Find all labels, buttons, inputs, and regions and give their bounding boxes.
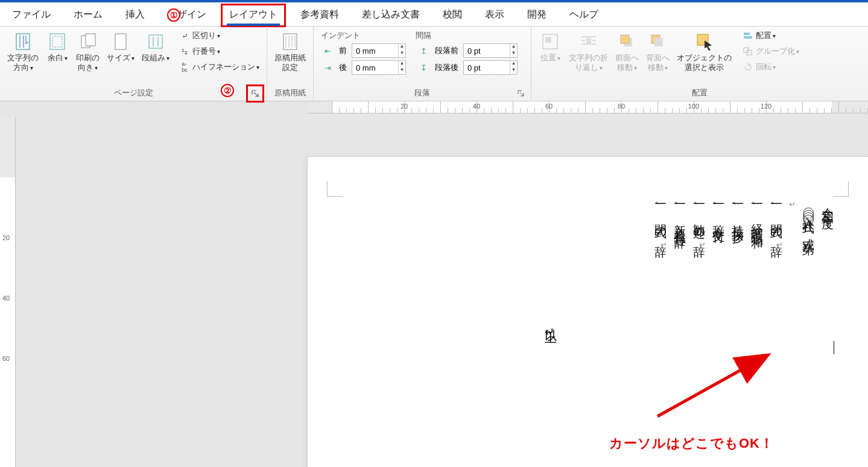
orientation-label: 印刷の 向き [76, 53, 100, 73]
breaks-icon: ⤶ [179, 31, 190, 40]
ribbon-tab-bar: ファイル ホーム 挿入 デザイン レイアウト 参考資料 差し込み文書 校閲 表示… [0, 2, 868, 27]
indent-right-down[interactable]: ▼ [399, 68, 405, 74]
doc-line-8[interactable]: 一、新入社員答辞↵ [673, 198, 686, 249]
margins-button[interactable]: 余白 [42, 29, 72, 63]
text-direction-button[interactable]: 文字列の 方向 [4, 29, 42, 73]
tab-references[interactable]: 参考資料 [293, 5, 346, 26]
document-workspace: 204060 令和三年度↵ 〇〇〇〇入社式 式次第↵ ↵ 一、開式の辞↵ 一、経… [0, 113, 868, 467]
manuscript-icon [280, 31, 300, 52]
vertical-ruler[interactable]: 204060 [0, 117, 16, 467]
size-icon [110, 31, 131, 52]
selection-pane-button[interactable]: オブジェクトの 選択と表示 [673, 29, 735, 73]
margins-icon [47, 31, 68, 52]
align-label: 配置 [756, 30, 776, 41]
doc-line-3[interactable]: 一、開式の辞↵ [770, 198, 783, 249]
arrange-group-label: 配置 [535, 86, 864, 101]
orientation-button[interactable]: 印刷の 向き [72, 29, 103, 73]
position-icon [540, 31, 560, 52]
wrap-text-button: 文字列の折 り返し [565, 29, 612, 73]
indent-section-title: インデント [317, 29, 364, 42]
manuscript-label: 原稿用紙 設定 [274, 53, 306, 73]
doc-line-5[interactable]: 一、社長挨拶↵ [731, 198, 744, 249]
hyphenation-label: ハイフネーション [192, 62, 259, 72]
tab-layout[interactable]: レイアウト [222, 5, 285, 26]
line-numbers-button[interactable]: ¹₂ 行番号 [176, 45, 263, 58]
send-backward-button: 背面へ 移動 [642, 29, 673, 73]
columns-button[interactable]: 段組み [138, 29, 173, 63]
tab-insert[interactable]: 挿入 [118, 5, 152, 26]
margin-corner-right [833, 181, 849, 197]
doc-line-9[interactable]: 一、閉式の辞↵ [654, 198, 667, 249]
space-after-input[interactable] [464, 61, 510, 74]
spacing-section-title: 間隔 [412, 29, 435, 42]
paragraph-dialog-launcher[interactable] [516, 89, 526, 98]
size-button[interactable]: サイズ [103, 29, 138, 63]
svg-rect-4 [52, 36, 62, 47]
tab-help[interactable]: ヘルプ [562, 5, 606, 26]
doc-line-6[interactable]: 一、辞令交付↵ [712, 198, 725, 249]
group-objects-icon [743, 47, 753, 56]
indent-right-input[interactable] [352, 61, 398, 74]
selection-pane-label: オブジェクトの 選択と表示 [677, 53, 732, 73]
breaks-button[interactable]: ⤶ 区切り [176, 29, 263, 42]
page-setup-group-text: ページ設定 [114, 88, 153, 97]
space-after-down[interactable]: ▼ [510, 68, 517, 74]
hyphenation-button[interactable]: a-bc ハイフネーション [176, 60, 263, 74]
vruler-top-margin [0, 117, 15, 177]
indent-left-input[interactable] [352, 44, 398, 57]
doc-line-1[interactable]: 〇〇〇〇入社式 式次第↵ [802, 198, 815, 249]
bring-forward-label: 前面へ 移動 [615, 53, 639, 73]
doc-line-7[interactable]: 一、歓迎の辞↵ [692, 198, 706, 249]
manuscript-group-label: 原稿用紙 [271, 86, 309, 101]
align-button[interactable]: 配置 [739, 29, 803, 42]
annotation-circled-1: ① [167, 8, 180, 22]
svg-rect-8 [149, 35, 162, 48]
doc-line-0[interactable]: 令和三年度↵ [821, 198, 834, 249]
annotation-arrow [645, 350, 778, 422]
indent-right-icon: ⇥ [321, 63, 334, 72]
group-manuscript: 原稿用紙 設定 原稿用紙 [267, 27, 314, 101]
group-paragraph: インデント 間隔 ⇤ 前 ▲▼ ↥ 段落前 ▲▼ ⇥ 後 [314, 27, 531, 101]
doc-line-2[interactable]: ↵ [789, 198, 796, 249]
space-before-input[interactable] [464, 44, 510, 57]
send-backward-label: 背面へ 移動 [646, 53, 670, 73]
document-text-columns: 令和三年度↵ 〇〇〇〇入社式 式次第↵ ↵ 一、開式の辞↵ 一、経営理念唱和↵ … [654, 198, 834, 249]
svg-line-32 [657, 356, 766, 416]
svg-rect-26 [654, 38, 663, 46]
page-setup-dialog-launcher[interactable] [249, 87, 262, 100]
annotation-caption: カーソルはどこでもOK！ [609, 434, 774, 453]
size-label: サイズ [107, 53, 135, 63]
tab-developer[interactable]: 開発 [520, 5, 554, 26]
tab-review[interactable]: 校閲 [436, 5, 469, 26]
svg-rect-17 [545, 37, 551, 43]
space-before-down[interactable]: ▼ [510, 51, 517, 57]
orientation-icon [78, 31, 98, 52]
group-arrange: 位置 文字列の折 り返し 前面へ 移動 背面へ 移動 [531, 27, 868, 101]
doc-ijyou[interactable]: 以上↵ [543, 320, 559, 339]
document-page[interactable]: 令和三年度↵ 〇〇〇〇入社式 式次第↵ ↵ 一、開式の辞↵ 一、経営理念唱和↵ … [308, 157, 868, 467]
indent-left-spinner[interactable]: ▲▼ [352, 43, 406, 58]
doc-line-4[interactable]: 一、経営理念唱和↵ [750, 198, 764, 249]
tab-mailings[interactable]: 差し込み文書 [355, 5, 427, 26]
hyphenation-icon: a-bc [179, 63, 190, 71]
rotate-icon [743, 63, 753, 71]
hruler-right-margin [832, 101, 868, 113]
tab-home[interactable]: ホーム [66, 5, 110, 26]
svg-rect-22 [586, 38, 591, 44]
indent-right-spinner[interactable]: ▲▼ [352, 60, 406, 75]
tab-view[interactable]: 表示 [478, 5, 512, 26]
indent-left-down[interactable]: ▼ [399, 51, 405, 57]
group-objects-button: グループ化 [739, 45, 803, 58]
space-before-spinner[interactable]: ▲▼ [463, 43, 518, 58]
space-after-spinner[interactable]: ▲▼ [463, 60, 518, 75]
space-before-label: 段落前 [435, 45, 458, 56]
indent-left-label: 前 [339, 45, 347, 56]
horizontal-ruler[interactable]: 20406080100120 [308, 101, 868, 113]
space-before-icon: ↥ [417, 46, 430, 56]
breaks-label: 区切り [192, 30, 220, 41]
tab-file[interactable]: ファイル [5, 5, 58, 26]
wrap-text-label: 文字列の折 り返し [569, 53, 608, 73]
manuscript-settings-button[interactable]: 原稿用紙 設定 [271, 29, 309, 73]
svg-rect-7 [115, 34, 126, 49]
rotate-label: 回転 [756, 62, 776, 72]
